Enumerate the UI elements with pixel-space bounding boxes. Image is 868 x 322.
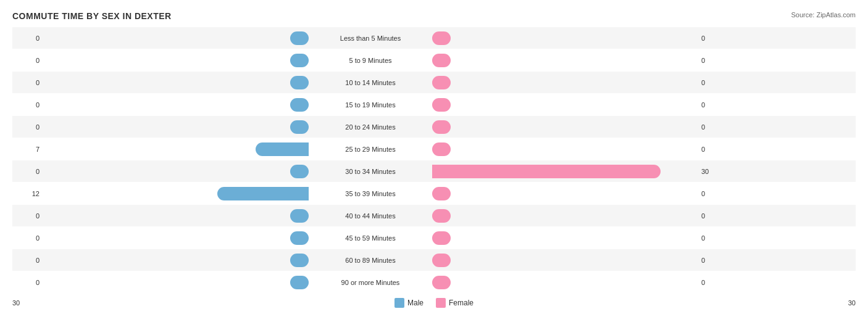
row-male-bar-section [43, 98, 309, 112]
row-female-bar-stub [432, 54, 451, 67]
row-male-bar-stub [290, 231, 309, 245]
row-female-value: 0 [698, 35, 728, 42]
row-label: 40 to 44 Minutes [309, 212, 432, 220]
row-male-value: 0 [12, 212, 43, 220]
row-female-bar-section [432, 165, 698, 178]
row-male-bar-stub [290, 54, 309, 67]
row-male-bar-section [43, 54, 309, 67]
row-female-value: 0 [698, 190, 728, 197]
chart-footer: 30 Male Female 30 [12, 298, 856, 308]
row-female-value: 0 [698, 101, 728, 109]
row-male-value: 0 [12, 234, 43, 242]
row-female-bar-section [432, 231, 698, 245]
chart-row: 1235 to 39 Minutes0 [12, 183, 856, 204]
row-label: 5 to 9 Minutes [309, 57, 432, 64]
row-female-bar-section [432, 209, 698, 223]
row-male-bar-section [43, 120, 309, 134]
footer-left-value: 30 [12, 299, 43, 307]
row-male-value: 7 [12, 146, 43, 153]
row-female-value: 0 [698, 57, 728, 64]
chart-source: Source: ZipAtlas.com [791, 11, 856, 19]
chart-row: 060 to 89 Minutes0 [12, 249, 856, 271]
row-female-value: 0 [698, 257, 728, 264]
chart-row: 020 to 24 Minutes0 [12, 116, 856, 138]
row-male-bar-section [43, 231, 309, 245]
row-male-bar-stub [290, 254, 309, 267]
legend-male-icon [394, 298, 404, 308]
row-male-bar-section [43, 165, 309, 178]
row-female-value: 0 [698, 79, 728, 86]
row-male-bar-section [43, 31, 309, 45]
row-female-bar-section [432, 98, 698, 112]
row-female-bar-stub [432, 120, 451, 134]
row-male-bar [217, 187, 309, 200]
row-male-bar-section [43, 254, 309, 267]
row-label: 10 to 14 Minutes [309, 79, 432, 86]
row-male-bar-section [43, 209, 309, 223]
row-male-value: 0 [12, 279, 43, 286]
row-male-value: 0 [12, 123, 43, 131]
row-female-bar-stub [432, 276, 451, 289]
row-male-bar-stub [290, 120, 309, 134]
chart-row: 040 to 44 Minutes0 [12, 205, 856, 226]
row-female-bar-stub [432, 254, 451, 267]
legend-female: Female [436, 298, 474, 308]
row-female-bar-section [432, 31, 698, 45]
chart-area: 0Less than 5 Minutes005 to 9 Minutes0010… [12, 27, 856, 293]
row-label: 30 to 34 Minutes [309, 168, 432, 175]
row-female-bar-section [432, 187, 698, 200]
row-female-bar [432, 165, 661, 178]
footer-right-value: 30 [825, 299, 856, 307]
chart-row: 05 to 9 Minutes0 [12, 49, 856, 71]
row-female-bar-section [432, 276, 698, 289]
row-label: 60 to 89 Minutes [309, 257, 432, 264]
row-female-value: 0 [698, 146, 728, 153]
row-male-bar-stub [290, 76, 309, 89]
chart-legend: Male Female [43, 298, 825, 308]
row-male-value: 0 [12, 257, 43, 264]
chart-row: 725 to 29 Minutes0 [12, 138, 856, 160]
row-male-value: 0 [12, 57, 43, 64]
legend-male: Male [394, 298, 424, 308]
row-male-bar-section [43, 276, 309, 289]
row-label: Less than 5 Minutes [309, 35, 432, 42]
row-label: 20 to 24 Minutes [309, 123, 432, 131]
row-label: 35 to 39 Minutes [309, 190, 432, 197]
chart-container: COMMUTE TIME BY SEX IN DEXTER Source: Zi… [0, 0, 868, 322]
row-female-bar-section [432, 54, 698, 67]
row-female-value: 0 [698, 279, 728, 286]
row-female-bar-section [432, 120, 698, 134]
row-male-value: 0 [12, 79, 43, 86]
row-female-bar-stub [432, 31, 451, 45]
row-male-bar-section [43, 142, 309, 156]
row-female-bar-stub [432, 142, 451, 156]
chart-row: 090 or more Minutes0 [12, 271, 856, 293]
chart-row: 030 to 34 Minutes30 [12, 160, 856, 182]
row-label: 25 to 29 Minutes [309, 146, 432, 153]
chart-row: 015 to 19 Minutes0 [12, 94, 856, 115]
row-male-bar-section [43, 187, 309, 200]
row-male-value: 12 [12, 190, 43, 197]
legend-female-icon [436, 298, 446, 308]
row-female-bar-stub [432, 187, 451, 200]
row-male-value: 0 [12, 35, 43, 42]
row-female-value: 0 [698, 123, 728, 131]
row-male-bar-stub [290, 165, 309, 178]
legend-male-label: Male [407, 299, 424, 307]
row-female-bar-section [432, 142, 698, 156]
chart-row: 0Less than 5 Minutes0 [12, 27, 856, 49]
chart-title: COMMUTE TIME BY SEX IN DEXTER [12, 11, 172, 21]
row-female-value: 0 [698, 234, 728, 242]
row-male-bar-stub [290, 276, 309, 289]
row-label: 90 or more Minutes [309, 279, 432, 286]
row-female-bar-stub [432, 209, 451, 223]
chart-row: 010 to 14 Minutes0 [12, 72, 856, 93]
row-label: 45 to 59 Minutes [309, 234, 432, 242]
row-label: 15 to 19 Minutes [309, 101, 432, 109]
row-male-bar-section [43, 76, 309, 89]
row-female-value: 30 [698, 168, 728, 175]
row-female-value: 0 [698, 212, 728, 220]
legend-female-label: Female [449, 299, 474, 307]
row-male-bar-stub [290, 31, 309, 45]
row-male-bar-stub [290, 98, 309, 112]
